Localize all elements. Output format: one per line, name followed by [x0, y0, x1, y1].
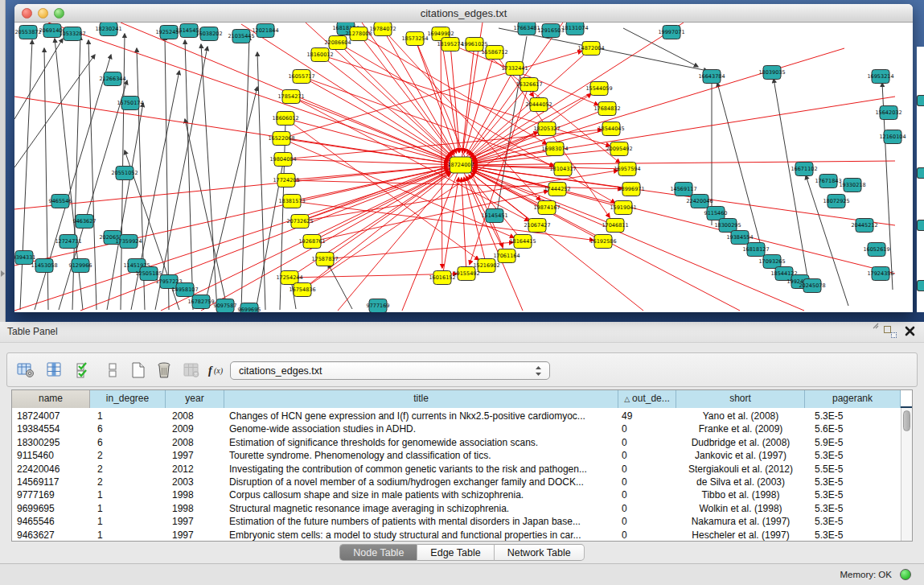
network-canvas[interactable]: 2055387220691406105332871823024119252456…	[14, 23, 913, 312]
close-panel-icon[interactable]	[904, 325, 916, 337]
function-builder-button[interactable]: f(x)	[207, 360, 228, 381]
network-node[interactable]: 18160012	[306, 48, 333, 62]
network-node[interactable]: 22420046	[686, 195, 713, 208]
table-row[interactable]: 1456911722003Disruption of a novel membe…	[12, 476, 901, 488]
network-node[interactable]: 16671102	[791, 163, 817, 176]
network-node[interactable]: 18573254	[401, 32, 428, 46]
table-mode-button[interactable]	[15, 360, 36, 381]
network-node[interactable]: 18996971	[618, 183, 644, 196]
network-node[interactable]: 9777169	[367, 299, 390, 313]
network-node[interactable]: 22086604	[324, 36, 351, 50]
network-node[interactable]: 9115460	[704, 207, 728, 220]
network-node[interactable]: 15145451	[481, 209, 507, 223]
network-node[interactable]: 19997071	[658, 26, 684, 39]
left-collapse-strip[interactable]	[0, 0, 6, 322]
network-node[interactable]: 17924356	[867, 267, 893, 281]
network-node[interactable]: 9463627	[73, 215, 97, 229]
network-node[interactable]: 12021844	[252, 24, 278, 38]
float-panel-icon[interactable]	[884, 326, 897, 338]
tab-edge-table[interactable]: Edge Table	[417, 544, 494, 561]
network-node[interactable]: 14872004	[577, 42, 604, 56]
network-node[interactable]: 18131074	[561, 23, 588, 35]
column-header-year[interactable]: year	[166, 390, 224, 408]
network-node[interactable]: 18300295	[714, 219, 741, 233]
network-node[interactable]: 15750174	[117, 97, 143, 110]
network-node[interactable]: 19330218	[839, 179, 865, 192]
pane-resize-icon[interactable]	[872, 319, 880, 333]
network-node[interactable]: 9129966	[69, 259, 92, 273]
network-node[interactable]: 21035445	[228, 30, 254, 43]
network-node[interactable]: 17671843	[815, 175, 841, 188]
network-node[interactable]: 9699695	[238, 303, 261, 313]
network-node[interactable]: 9097587	[214, 299, 237, 313]
table-row[interactable]: 946554611997Estimation of the future num…	[12, 515, 901, 528]
column-selector-button[interactable]	[44, 360, 65, 381]
network-node[interactable]: 17684832	[593, 102, 620, 116]
network-node[interactable]: 14569117	[670, 183, 696, 196]
column-header-title[interactable]: title	[224, 390, 618, 408]
delete-column-button[interactable]	[154, 360, 175, 381]
table-selector-dropdown[interactable]: citations_edges.txt	[230, 361, 550, 380]
network-node[interactable]: 16052619	[863, 243, 889, 257]
network-node[interactable]: 12160104	[879, 130, 906, 144]
tab-node-table[interactable]: Node Table	[339, 544, 417, 561]
network-node[interactable]: 9465546	[49, 195, 72, 208]
column-header-short[interactable]: short	[676, 390, 805, 408]
table-row[interactable]: 2242004622012Investigating the contribut…	[12, 463, 901, 476]
column-header-out_degree[interactable]: △out_de...	[618, 390, 676, 408]
network-node[interactable]: 16522068	[268, 132, 294, 146]
network-node[interactable]: 17663481	[513, 23, 540, 35]
delete-table-button[interactable]	[181, 360, 202, 381]
network-node[interactable]: 16754836	[289, 283, 315, 297]
network-node[interactable]: 17724205	[273, 174, 299, 187]
network-node[interactable]: 20732625	[286, 215, 313, 229]
network-node[interactable]: 16957594	[614, 163, 640, 176]
network-node[interactable]: 21266344	[99, 72, 125, 86]
network-node[interactable]: 16016152	[429, 271, 455, 285]
network-node[interactable]: 16983074	[541, 142, 568, 156]
network-node[interactable]: 19804084	[269, 153, 296, 167]
column-header-in_degree[interactable]: in_degree	[90, 390, 166, 408]
network-node[interactable]: 19784072	[369, 23, 396, 36]
network-node[interactable]: 19155492	[453, 267, 479, 281]
network-node[interactable]: 17587837	[311, 253, 338, 266]
network-node[interactable]: 16643784	[698, 70, 725, 84]
table-row[interactable]: 969969511998Structural magnetic resonanc…	[12, 502, 901, 515]
network-node[interactable]: 16953214	[867, 70, 893, 84]
table-row[interactable]: 1830029562008Estimation of significance …	[12, 436, 901, 449]
network-node[interactable]: 16818127	[742, 243, 769, 257]
select-all-columns-button[interactable]	[73, 360, 94, 381]
vertical-scrollbar[interactable]	[901, 408, 912, 541]
tab-network-table[interactable]: Network Table	[495, 544, 585, 561]
table-row[interactable]: 1938455462009Genome-wide association stu…	[12, 422, 901, 435]
network-node[interactable]: 17254244	[276, 271, 302, 285]
network-node[interactable]: 17093265	[758, 255, 785, 269]
table-row[interactable]: 1872400712008Changes of HCN gene express…	[12, 410, 901, 422]
unselect-all-columns-button[interactable]	[102, 360, 123, 381]
network-window-titlebar[interactable]: citations_edges.txt	[14, 4, 913, 23]
network-node[interactable]: 18230241	[95, 23, 121, 36]
network-node[interactable]: 15642032	[875, 106, 901, 120]
network-node[interactable]: 17444252	[544, 183, 570, 196]
network-node[interactable]: 20553872	[14, 26, 41, 39]
network-node[interactable]: 18072925	[823, 195, 849, 208]
create-column-button[interactable]	[128, 360, 149, 381]
network-node[interactable]: 20445212	[851, 219, 877, 233]
table-row[interactable]: 977716911998Corpus callosum shape and si…	[12, 488, 901, 501]
network-node[interactable]: 18724007	[447, 157, 474, 173]
network-node[interactable]: 16326617	[515, 78, 542, 92]
network-node[interactable]: 18164415	[509, 235, 536, 249]
network-graph[interactable]: 2055387220691406105332871823024119252456…	[14, 23, 913, 312]
network-node[interactable]: 15919041	[610, 201, 636, 215]
network-node[interactable]: 18606012	[272, 112, 298, 126]
network-node[interactable]: 17046811	[602, 219, 628, 233]
scrollbar-thumb[interactable]	[903, 410, 910, 431]
table-row[interactable]: 946362711997Embryonic stem cells: a mode…	[12, 529, 901, 541]
network-node[interactable]: 15586712	[481, 46, 507, 60]
network-node[interactable]: 16782759	[187, 295, 214, 309]
column-header-pagerank[interactable]: pagerank	[805, 390, 901, 408]
network-node[interactable]: 20095492	[606, 142, 632, 156]
column-header-name[interactable]: name	[12, 390, 90, 408]
network-node[interactable]: 18544045	[598, 122, 624, 136]
table-row[interactable]: 911546021997Tourette syndrome. Phenomeno…	[12, 449, 901, 462]
